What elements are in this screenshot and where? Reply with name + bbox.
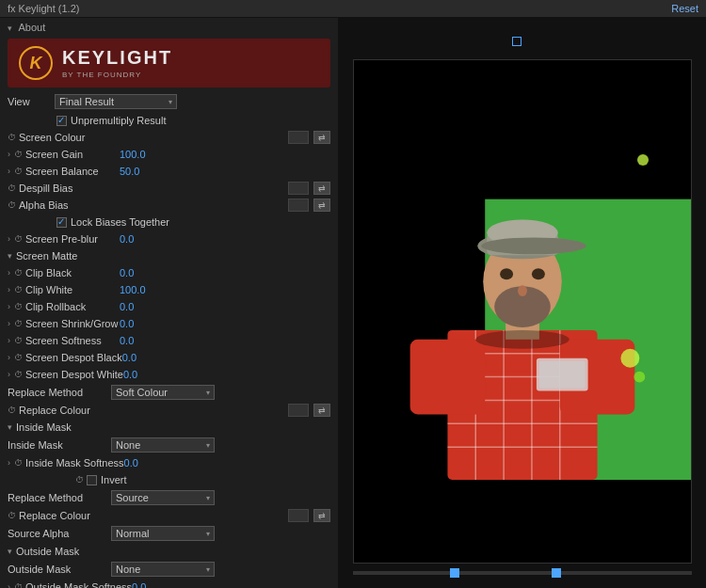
unpremultiply-checkbox[interactable] [56,116,67,126]
inside-invert-checkbox[interactable] [87,475,97,485]
screen-balance-expand[interactable]: › [8,167,10,176]
clip-rollback-value[interactable]: 0.0 [120,301,134,312]
screen-balance-value[interactable]: 50.0 [120,166,139,177]
outside-mask-dropdown-arrow: ▾ [206,565,210,574]
outside-mask-arrow: ▾ [8,547,12,556]
alpha-bias-row: ⏱ Alpha Bias ⇄ [0,197,338,214]
view-dropdown[interactable]: Final Result ▾ [55,94,177,109]
replace-method-arrow: ▾ [206,389,210,397]
screen-preblur-expand[interactable]: › [8,234,10,244]
unpremultiply-checkbox-container[interactable]: Unpremultiply Result [56,115,166,126]
clock-icon-screen-gain: ⏱ [14,150,23,159]
clip-black-label: Clip Black [25,267,120,278]
inside-replace-method-label: Replace Method [8,492,111,503]
replace-method-label: Replace Method [8,387,111,398]
clock-icon-despill: ⏱ [8,183,16,193]
svg-point-28 [475,330,569,349]
screen-despot-white-expand[interactable]: › [8,370,10,379]
screen-preblur-label: Screen Pre-blur [25,233,120,245]
inside-mask-softness-expand[interactable]: › [8,458,10,468]
screen-preblur-value[interactable]: 0.0 [120,233,134,245]
preview-top [348,27,697,56]
screen-matte-header[interactable]: ▾ Screen Matte [0,247,338,264]
outside-mask-value: None [116,564,140,575]
despill-bias-label: Despill Bias [19,183,113,194]
screen-softness-value[interactable]: 0.0 [120,335,134,346]
clock-icon-clip-black: ⏱ [14,268,23,278]
replace-colour-swap[interactable]: ⇄ [313,404,330,417]
screen-gain-value[interactable]: 100.0 [120,149,146,160]
screen-despot-black-expand[interactable]: › [8,353,10,362]
svg-point-21 [481,237,586,254]
replace-colour-swatch[interactable] [288,404,309,417]
outside-mask-softness-expand[interactable]: › [8,582,10,588]
svg-point-15 [500,268,513,279]
screen-shrink-label: Screen Shrink/Grow [25,318,120,329]
clock-icon-despot-black: ⏱ [14,353,23,362]
inside-invert-container[interactable]: Invert [87,474,127,485]
screen-softness-expand[interactable]: › [8,336,10,345]
outside-mask-softness-row: › ⏱ Outside Mask Softness 0.0 [0,579,338,588]
screen-gain-expand[interactable]: › [8,150,10,159]
outside-mask-header[interactable]: ▾ Outside Mask [0,543,338,560]
despill-bias-swap[interactable]: ⇄ [313,182,330,195]
view-label: View [8,96,55,107]
despill-bias-swatch[interactable] [288,182,309,195]
reset-button[interactable]: Reset [671,3,698,14]
screen-colour-controls: ⇄ [288,131,330,144]
inside-replace-colour-controls: ⇄ [288,509,330,522]
screen-colour-swatch[interactable] [288,131,309,144]
timeline-marker-2 [552,568,561,578]
screen-despot-black-value[interactable]: 0.0 [122,352,136,363]
main-layout: ▾ About K KEYLIGHT BY THE FOUNDRY View F… [0,18,706,588]
lock-biases-row: Lock Biases Together [0,214,338,230]
alpha-bias-label: Alpha Bias [19,199,113,211]
clip-black-expand[interactable]: › [8,268,10,278]
svg-point-24 [620,349,639,368]
inside-replace-colour-swap[interactable]: ⇄ [313,509,330,522]
plugin-title: fx Keylight (1.2) [8,3,79,14]
inside-replace-colour-row: ⏱ Replace Colour ⇄ [0,507,338,524]
screen-shrink-value[interactable]: 0.0 [120,318,134,329]
timeline-bar[interactable] [353,571,692,575]
clock-icon-despot-white: ⏱ [14,370,23,379]
screen-shrink-row: › ⏱ Screen Shrink/Grow 0.0 [0,315,338,332]
source-alpha-dropdown[interactable]: Normal ▾ [111,526,215,541]
clip-white-value[interactable]: 100.0 [120,284,146,295]
inside-replace-method-row: Replace Method Source ▾ [0,488,338,507]
inside-mask-header[interactable]: ▾ Inside Mask [0,419,338,436]
clock-icon-screen-colour: ⏱ [8,133,16,142]
clock-icon-clip-white: ⏱ [14,285,23,294]
lock-biases-checkbox[interactable] [56,217,67,228]
outside-mask-softness-label: Outside Mask Softness [25,581,132,588]
view-row: View Final Result ▾ [0,91,338,112]
lock-biases-label: Lock Biases Together [71,216,169,228]
screen-shrink-expand[interactable]: › [8,319,10,328]
lock-biases-container[interactable]: Lock Biases Together [56,216,169,228]
about-section[interactable]: ▾ About [0,18,338,37]
alpha-bias-swap[interactable]: ⇄ [313,199,330,212]
replace-method-row: Replace Method Soft Colour ▾ [0,383,338,402]
outside-mask-softness-value[interactable]: 0.0 [132,581,146,588]
replace-method-dropdown[interactable]: Soft Colour ▾ [111,385,215,400]
clip-white-label: Clip White [25,284,120,295]
screen-matte-arrow: ▾ [8,251,12,261]
clip-white-expand[interactable]: › [8,285,10,294]
clip-black-value[interactable]: 0.0 [120,267,134,278]
screen-despot-white-value[interactable]: 0.0 [123,369,137,380]
inside-replace-method-dropdown[interactable]: Source ▾ [111,490,215,505]
unpremultiply-row: Unpremultiply Result [0,112,338,129]
inside-mask-dropdown[interactable]: None ▾ [111,437,215,453]
screen-colour-swap[interactable]: ⇄ [313,131,330,144]
svg-rect-27 [539,361,586,389]
clip-white-row: › ⏱ Clip White 100.0 [0,281,338,298]
inside-replace-colour-swatch[interactable] [288,509,309,522]
screen-matte-label: Screen Matte [16,250,77,262]
alpha-bias-swatch[interactable] [288,199,309,212]
inside-mask-softness-value[interactable]: 0.0 [124,457,138,469]
despill-bias-row: ⏱ Despill Bias ⇄ [0,180,338,197]
outside-mask-dropdown[interactable]: None ▾ [111,562,215,577]
screen-despot-white-row: › ⏱ Screen Despot White 0.0 [0,366,338,383]
alpha-bias-controls: ⇄ [288,199,330,212]
clip-rollback-expand[interactable]: › [8,302,10,311]
